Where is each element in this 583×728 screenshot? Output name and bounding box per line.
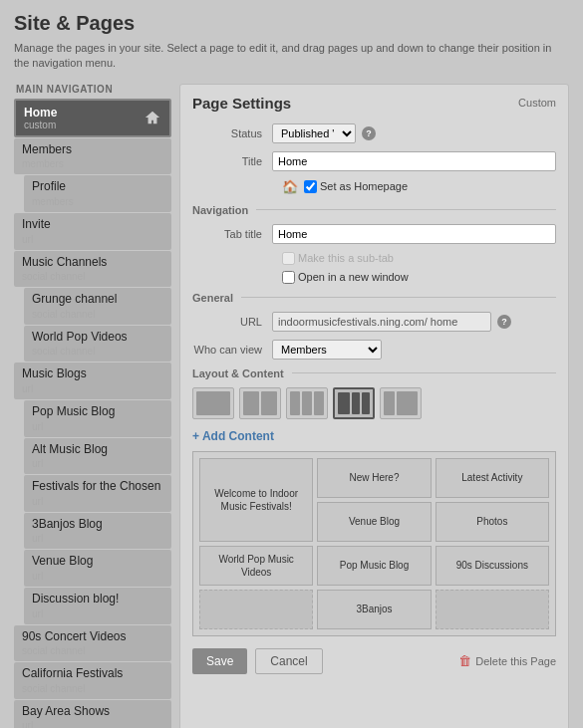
panel-title: Page Settings [192, 95, 291, 112]
sidebar-item-world-pop-videos[interactable]: World Pop Videos social channel [24, 326, 171, 363]
content-block-welcome-label: Welcome to Indoor Music Festivals! [204, 487, 308, 513]
sidebar-item-invite[interactable]: Invite url [14, 213, 171, 250]
sidebar-item-music-channels[interactable]: Music Channels social channel [14, 251, 171, 288]
url-help-icon[interactable]: ? [497, 315, 511, 329]
homepage-checkbox[interactable] [304, 180, 317, 193]
sidebar-item-grunge-channel-sub: social channel [32, 308, 163, 321]
status-select[interactable]: Published ' Draft Hidden [272, 123, 356, 143]
sidebar-item-members-label: Members [22, 142, 72, 156]
title-value [272, 151, 556, 171]
homepage-checkbox-text: Set as Homepage [320, 180, 408, 192]
trash-icon: 🗑 [458, 653, 471, 668]
cancel-button[interactable]: Cancel [255, 648, 322, 674]
panel-header: Page Settings Custom [192, 95, 556, 112]
homepage-checkbox-label[interactable]: Set as Homepage [304, 180, 408, 193]
sidebar-item-venue-blog-label: Venue Blog [32, 554, 93, 568]
sidebar-item-music-blogs-label: Music Blogs [22, 366, 87, 380]
status-label: Status [192, 127, 272, 139]
url-value: ? [272, 312, 556, 332]
subtab-checkbox-label[interactable]: Make this a sub-tab [282, 252, 556, 265]
url-label: URL [192, 316, 272, 328]
content-block-3banjos[interactable]: 3Banjos [317, 590, 431, 629]
sidebar-item-3banjos-blog-label: 3Banjos Blog [32, 517, 103, 531]
home-small-icon: 🏠 [282, 179, 298, 194]
content-block-90s-discussions[interactable]: 90s Discussions [436, 546, 549, 586]
status-row: Status Published ' Draft Hidden ? [192, 123, 556, 143]
sidebar-item-festivals-chosen[interactable]: Festivals for the Chosen url [24, 475, 171, 512]
add-content-button[interactable]: + Add Content [192, 429, 274, 443]
sidebar-item-members-sub: members [22, 157, 163, 170]
content-block-new-here[interactable]: New Here? [317, 458, 431, 498]
content-block-welcome[interactable]: Welcome to Indoor Music Festivals! [199, 458, 313, 542]
navigation-divider: Navigation [192, 204, 556, 216]
content-block-latest-activity[interactable]: Latest Activity [436, 458, 549, 498]
title-input[interactable] [272, 151, 556, 171]
sidebar-item-3banjos-blog-sub: url [32, 532, 163, 545]
content-block-world-pop-label: World Pop Music Videos [204, 553, 308, 579]
content-preview: Welcome to Indoor Music Festivals! New H… [192, 451, 556, 636]
sidebar-section-label: MAIN NAVIGATION [14, 84, 171, 95]
who-can-view-label: Who can view [192, 344, 272, 356]
save-button[interactable]: Save [192, 648, 247, 674]
who-can-view-value: Members Everyone Administrators [272, 340, 556, 360]
subtab-row: Make this a sub-tab [282, 252, 556, 265]
who-can-view-select[interactable]: Members Everyone Administrators [272, 340, 382, 360]
layout-option-3col-selected[interactable] [333, 387, 375, 419]
homepage-row: 🏠 Set as Homepage [282, 179, 556, 194]
url-row: URL ? [192, 312, 556, 332]
subtab-checkbox[interactable] [282, 252, 295, 265]
sidebar-item-world-pop-videos-sub: social channel [32, 345, 163, 358]
layout-options [192, 387, 556, 419]
content-block-pop-music-blog[interactable]: Pop Music Blog [317, 546, 431, 586]
sidebar-item-grunge-channel[interactable]: Grunge channel social channel [24, 288, 171, 325]
sidebar-item-90s-concert-videos-sub: social channel [22, 644, 163, 657]
layout-option-3col[interactable] [286, 387, 328, 419]
sidebar-item-home-label: Home [24, 106, 57, 120]
general-section-label: General [192, 292, 233, 304]
sidebar-item-california-festivals[interactable]: California Festivals social channel [14, 662, 171, 699]
page-description: Manage the pages in your site. Select a … [14, 41, 569, 72]
sidebar-item-pop-music-blog-label: Pop Music Blog [32, 404, 115, 418]
sidebar-item-90s-concert-videos[interactable]: 90s Concert Videos social channel [14, 625, 171, 662]
layout-option-2col-wide-right[interactable] [380, 387, 422, 419]
sidebar-item-pop-music-blog[interactable]: Pop Music Blog url [24, 400, 171, 437]
sidebar-item-music-blogs-sub: url [22, 382, 163, 395]
content-block-venue-blog[interactable]: Venue Blog [317, 502, 431, 542]
delete-link[interactable]: 🗑 Delete this Page [458, 653, 556, 668]
new-window-checkbox-label[interactable]: Open in a new window [282, 271, 556, 284]
sidebar-item-invite-label: Invite [22, 217, 51, 231]
sidebar-item-venue-blog[interactable]: Venue Blog url [24, 550, 171, 587]
sidebar-item-discussion-blog-label: Discussion blog! [32, 592, 119, 606]
tab-title-row: Tab title [192, 224, 556, 244]
sidebar-item-90s-concert-videos-label: 90s Concert Videos [22, 629, 127, 643]
sidebar-item-bay-area-shows[interactable]: Bay Area Shows url [14, 700, 171, 728]
layout-divider: Layout & Content [192, 367, 556, 379]
sidebar-item-music-blogs[interactable]: Music Blogs url [14, 363, 171, 399]
new-window-checkbox[interactable] [282, 271, 295, 284]
delete-label: Delete this Page [475, 655, 556, 667]
layout-divider-line [292, 372, 556, 373]
sidebar-item-discussion-blog-sub: url [32, 607, 163, 620]
sidebar-item-alt-music-blog[interactable]: Alt Music Blog url [24, 438, 171, 475]
sidebar-item-california-festivals-sub: social channel [22, 682, 163, 695]
url-input[interactable] [272, 312, 491, 332]
title-label: Title [192, 155, 272, 167]
sidebar-item-members[interactable]: Members members [14, 138, 171, 175]
custom-link[interactable]: Custom [518, 97, 556, 109]
tab-title-input[interactable] [272, 224, 556, 244]
sidebar-item-profile-label: Profile [32, 179, 66, 193]
content-block-photos[interactable]: Photos [436, 502, 549, 542]
sidebar-item-home[interactable]: Home custom [14, 99, 171, 137]
sidebar-item-discussion-blog[interactable]: Discussion blog! url [24, 588, 171, 624]
sidebar-item-alt-music-blog-label: Alt Music Blog [32, 442, 108, 456]
sidebar-item-3banjos-blog[interactable]: 3Banjos Blog url [24, 513, 171, 550]
content-block-3banjos-label: 3Banjos [356, 603, 392, 615]
right-panel: Page Settings Custom Status Published ' … [179, 84, 569, 728]
sidebar-item-pop-music-blog-sub: url [32, 420, 163, 433]
sidebar-item-profile[interactable]: Profile members [24, 175, 171, 212]
sidebar-item-profile-sub: members [32, 195, 163, 208]
layout-option-2col[interactable] [239, 387, 281, 419]
status-help-icon[interactable]: ? [362, 126, 376, 140]
layout-option-1col[interactable] [192, 387, 234, 419]
content-block-world-pop[interactable]: World Pop Music Videos [199, 546, 313, 586]
